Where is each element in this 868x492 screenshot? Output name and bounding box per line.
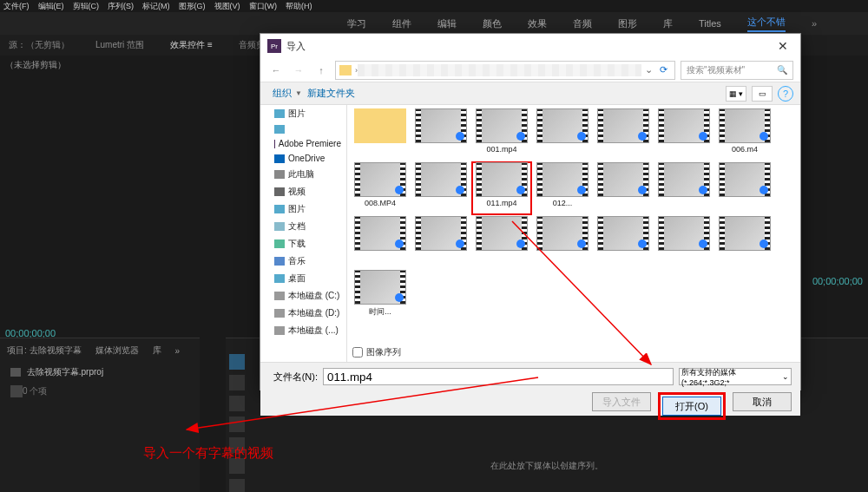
play-badge-icon xyxy=(516,132,525,141)
ws-custom-active[interactable]: 这个不错 xyxy=(747,16,786,32)
file-item[interactable] xyxy=(715,162,774,214)
file-item[interactable] xyxy=(594,216,653,268)
file-item[interactable] xyxy=(351,216,410,268)
sidebar-item[interactable]: 图片 xyxy=(260,200,346,218)
search-input[interactable]: 搜索"视频素材" 🔍 xyxy=(681,61,793,80)
file-item[interactable]: 011.mp4 xyxy=(472,162,531,214)
image-sequence-checkbox[interactable]: 图像序列 xyxy=(352,346,401,358)
sidebar-item[interactable]: 桌面 xyxy=(260,270,346,287)
file-item[interactable] xyxy=(654,108,713,161)
menu-edit[interactable]: 编辑(E) xyxy=(38,1,64,12)
path-dropdown-icon[interactable]: ⌄ xyxy=(641,64,655,75)
cancel-button[interactable]: 取消 xyxy=(733,392,792,411)
nav-up-icon[interactable]: ↑ xyxy=(312,62,330,79)
panel-source[interactable]: 源：（无剪辑） xyxy=(9,39,69,51)
ws-effects[interactable]: 效果 xyxy=(528,17,547,30)
video-thumb xyxy=(354,270,406,305)
media-browser-tab[interactable]: 媒体浏览器 xyxy=(95,344,139,357)
view-mode-button[interactable]: ▦ ▾ xyxy=(726,86,746,102)
ws-color[interactable]: 颜色 xyxy=(483,17,502,30)
track-select-tool[interactable] xyxy=(229,375,245,390)
sidebar-item[interactable]: 本地磁盘 (D:) xyxy=(260,305,346,322)
sidebar-item[interactable]: OneDrive xyxy=(260,151,346,166)
panel-effect-controls[interactable]: 效果控件 ≡ xyxy=(170,39,213,51)
file-item[interactable] xyxy=(411,108,470,161)
sidebar-item-label: 本地磁盘 (C:) xyxy=(288,290,339,302)
menu-sequence[interactable]: 序列(S) xyxy=(108,1,134,12)
ws-edit[interactable]: 编辑 xyxy=(437,17,457,30)
sidebar-item[interactable]: 本地磁盘 (...) xyxy=(260,322,346,339)
dialog-nav: ← → ↑ › ⌄ ⟳ 搜索"视频素材" 🔍 xyxy=(260,58,800,82)
seq-checkbox-input[interactable] xyxy=(352,347,363,358)
ws-overflow-icon[interactable]: » xyxy=(812,18,817,29)
help-icon[interactable]: ? xyxy=(778,86,793,102)
menu-file[interactable]: 文件(F) xyxy=(3,1,30,12)
panel-lumetri[interactable]: Lumetri 范围 xyxy=(95,39,144,51)
open-button[interactable]: 打开(O) xyxy=(662,397,721,416)
close-icon[interactable]: ✕ xyxy=(773,36,793,56)
new-folder-button[interactable]: 新建文件夹 xyxy=(302,87,360,100)
sidebar-item[interactable] xyxy=(260,122,346,136)
play-badge-icon xyxy=(456,132,464,141)
menu-clip[interactable]: 剪辑(C) xyxy=(73,1,100,12)
project-panel: 项目: 去除视频字幕 媒体浏览器 库 » 去除视频字幕.prproj 0 个项 … xyxy=(0,338,200,492)
sidebar-item[interactable]: Adobe Premiere xyxy=(260,136,346,151)
file-item[interactable] xyxy=(533,216,592,268)
ws-audio[interactable]: 音频 xyxy=(573,17,592,30)
library-tab[interactable]: 库 xyxy=(153,344,161,357)
file-item[interactable] xyxy=(594,162,653,214)
organize-button[interactable]: 组织 xyxy=(267,87,297,100)
sidebar-item-label: 下载 xyxy=(288,238,306,250)
organize-dropdown-icon[interactable]: ▼ xyxy=(295,89,302,97)
ws-graphics[interactable]: 图形 xyxy=(618,17,637,30)
filename-input[interactable] xyxy=(323,368,674,385)
sidebar-item[interactable]: 下载 xyxy=(260,235,346,253)
path-bar[interactable]: › ⌄ ⟳ xyxy=(335,61,675,80)
hand-tool[interactable] xyxy=(229,479,245,492)
sidebar-item[interactable]: 音乐 xyxy=(260,253,346,270)
filetype-select[interactable]: 所有支持的媒体 (*.264;*.3G2;*⌄ xyxy=(679,368,792,385)
nav-back-icon[interactable]: ← xyxy=(267,62,285,79)
file-item[interactable] xyxy=(533,108,592,161)
ripple-tool[interactable] xyxy=(229,396,245,411)
video-thumb xyxy=(536,162,589,197)
sidebar-item[interactable]: 此电脑 xyxy=(260,166,346,183)
ws-learn[interactable]: 学习 xyxy=(347,17,366,30)
file-item[interactable] xyxy=(411,162,470,214)
file-item[interactable] xyxy=(654,162,713,214)
ws-library[interactable]: 库 xyxy=(663,17,673,30)
project-overflow-icon[interactable]: » xyxy=(175,346,181,356)
file-item[interactable]: 006.m4 xyxy=(715,108,774,161)
menu-graphics[interactable]: 图形(G) xyxy=(179,1,206,12)
import-folder-button[interactable]: 导入文件 xyxy=(592,392,651,411)
sidebar-item[interactable]: 图片 xyxy=(260,105,346,122)
ws-assembly[interactable]: 组件 xyxy=(392,17,411,30)
project-tab[interactable]: 项目: 去除视频字幕 xyxy=(7,344,82,357)
file-item[interactable]: 时间... xyxy=(351,270,410,322)
sidebar-item[interactable]: 本地磁盘 (C:) xyxy=(260,287,346,305)
ws-titles[interactable]: Titles xyxy=(699,18,721,29)
file-item[interactable]: 012... xyxy=(533,162,592,214)
file-item[interactable]: 001.mp4 xyxy=(472,108,531,161)
refresh-icon[interactable]: ⟳ xyxy=(655,64,671,75)
play-badge-icon xyxy=(456,186,464,194)
file-item[interactable]: 008.MP4 xyxy=(351,162,410,214)
sidebar-item[interactable]: 文档 xyxy=(260,218,346,235)
file-item[interactable] xyxy=(411,216,470,268)
menu-help[interactable]: 帮助(H) xyxy=(286,1,312,12)
razor-tool[interactable] xyxy=(229,417,245,432)
nav-forward-icon[interactable]: → xyxy=(290,62,307,79)
sidebar-item[interactable]: 视频 xyxy=(260,183,346,200)
file-item[interactable] xyxy=(351,108,410,161)
file-item[interactable] xyxy=(654,216,713,268)
file-item[interactable] xyxy=(715,216,774,268)
file-item[interactable] xyxy=(472,216,531,268)
menu-window[interactable]: 窗口(W) xyxy=(249,1,278,12)
menu-view[interactable]: 视图(V) xyxy=(214,1,240,12)
menu-marker[interactable]: 标记(M) xyxy=(142,1,170,12)
preview-pane-button[interactable]: ▭ xyxy=(752,86,773,102)
file-item[interactable] xyxy=(594,108,653,161)
selection-tool[interactable] xyxy=(229,354,245,370)
project-filter-icon[interactable] xyxy=(10,385,23,397)
sidebar-item-icon xyxy=(274,222,285,231)
